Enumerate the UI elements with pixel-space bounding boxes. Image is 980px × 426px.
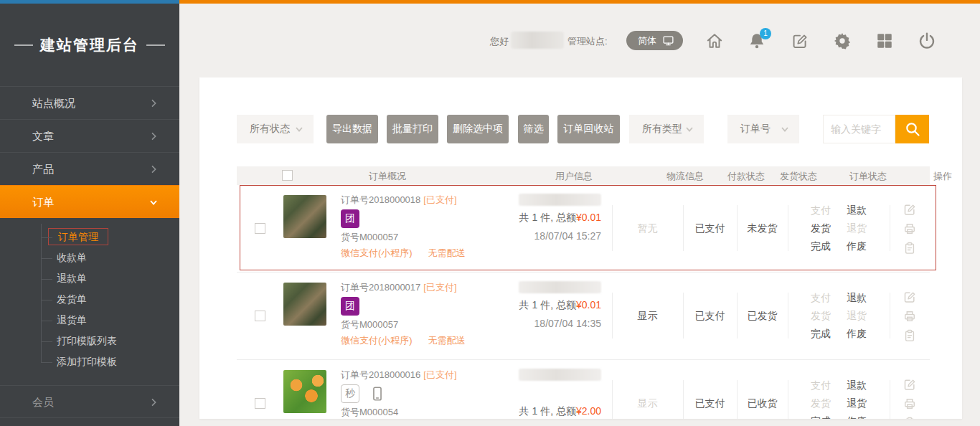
printer-icon xyxy=(903,397,917,411)
action-pay-link[interactable]: 支付 xyxy=(803,204,839,217)
pay-status-value: 已支付 xyxy=(695,310,725,323)
action-return-link[interactable]: 退货 xyxy=(839,397,875,410)
order-date: 18/07/04 15:27 xyxy=(534,230,601,242)
submenu-item-order-management[interactable]: 订单管理 xyxy=(41,227,179,247)
action-refund-link[interactable]: 退款 xyxy=(839,292,875,305)
logistics-value[interactable]: 暂无 xyxy=(638,222,658,235)
status-filter-dropdown[interactable]: 所有状态 xyxy=(237,115,314,143)
action-complete-link[interactable]: 完成 xyxy=(803,415,839,420)
submenu-item-label: 打印模版列表 xyxy=(57,335,117,346)
submenu-item-shipping-orders[interactable]: 发货单 xyxy=(41,289,179,310)
ship-status-cell: 未发货 xyxy=(737,185,788,272)
logout-button[interactable] xyxy=(918,32,936,50)
submenu-item-label: 发货单 xyxy=(57,293,87,305)
table-row: 订单号2018000017[已支付] 团 货号M000057 微信支付(小程序)… xyxy=(237,273,930,360)
order-summary-cell: 订单号2018000016[已支付] 秒 货号M000054 xyxy=(283,360,502,419)
sidebar-item-products[interactable]: 产品 xyxy=(0,152,179,185)
home-button[interactable] xyxy=(705,32,724,50)
action-complete-link[interactable]: 完成 xyxy=(803,240,839,253)
edit-order-button[interactable] xyxy=(903,202,917,217)
copy-order-button[interactable] xyxy=(903,416,917,420)
chevron-down-icon xyxy=(148,197,159,208)
row-checkbox[interactable] xyxy=(255,311,265,321)
edit-order-button[interactable] xyxy=(903,377,917,392)
submenu-item-return-orders[interactable]: 退货单 xyxy=(41,310,179,331)
submenu-item-label: 退货单 xyxy=(57,314,87,326)
language-pill-button[interactable]: 简体 xyxy=(626,31,683,50)
order-amount: ¥0.01 xyxy=(576,212,601,223)
delete-selected-button[interactable]: 删除选中项 xyxy=(447,115,509,143)
col-user-info: 用户信息 xyxy=(555,170,593,183)
redacted-buyer-name xyxy=(519,369,601,381)
clipboard-icon xyxy=(903,416,917,420)
search-input[interactable] xyxy=(823,115,895,143)
settings-button[interactable] xyxy=(833,32,852,50)
order-summary-cell: 订单号2018000018[已支付] 团 货号M000057 微信支付(小程序)… xyxy=(283,185,502,272)
row-checkbox[interactable] xyxy=(255,223,265,234)
logistics-value[interactable]: 显示 xyxy=(638,397,658,410)
action-void-link[interactable]: 作废 xyxy=(839,415,875,420)
copy-order-button[interactable] xyxy=(903,328,917,343)
grid-icon xyxy=(875,32,894,50)
chevron-right-icon xyxy=(148,397,159,408)
action-pay-link[interactable]: 支付 xyxy=(803,379,839,392)
order-date: 18/07/04 14:35 xyxy=(534,318,601,329)
action-return-link[interactable]: 退货 xyxy=(839,310,875,323)
edit-order-button[interactable] xyxy=(903,290,917,304)
copy-order-button[interactable] xyxy=(903,241,917,255)
edit-icon xyxy=(903,377,917,392)
sidebar-item-label: 站点概况 xyxy=(32,97,75,109)
action-refund-link[interactable]: 退款 xyxy=(839,379,875,392)
redacted-username xyxy=(511,32,564,49)
action-ship-link[interactable]: 发货 xyxy=(803,310,839,323)
submenu-item-label: 订单管理 xyxy=(48,228,108,245)
row-actions-cell xyxy=(890,185,930,272)
apps-grid-button[interactable] xyxy=(875,32,894,50)
submenu-item-add-print-template[interactable]: 添加打印模板 xyxy=(41,351,179,372)
action-return-link[interactable]: 退货 xyxy=(839,222,875,235)
col-order-status: 订单状态 xyxy=(849,170,887,183)
search-button[interactable] xyxy=(895,115,929,143)
monitor-icon xyxy=(662,34,674,47)
mobile-phone-icon xyxy=(369,384,385,403)
table-row: 订单号2018000018[已支付] 团 货号M000057 微信支付(小程序)… xyxy=(237,185,930,273)
submenu-item-refund-orders[interactable]: 退款单 xyxy=(41,268,179,289)
edit-button[interactable] xyxy=(791,32,809,50)
pay-status-cell: 已支付 xyxy=(683,360,737,419)
action-refund-link[interactable]: 退款 xyxy=(839,204,875,217)
action-ship-link[interactable]: 发货 xyxy=(803,222,839,235)
order-recycle-bin-button[interactable]: 订单回收站 xyxy=(557,115,620,143)
sidebar-item-members[interactable]: 会员 xyxy=(0,385,179,418)
chevron-down-icon xyxy=(779,123,791,135)
row-checkbox[interactable] xyxy=(255,398,265,409)
select-all-checkbox[interactable] xyxy=(282,170,293,181)
action-pay-link[interactable]: 支付 xyxy=(803,292,839,305)
export-data-button[interactable]: 导出数据 xyxy=(326,115,378,143)
type-filter-dropdown[interactable]: 所有类型 xyxy=(629,115,704,143)
item-number: 货号M000054 xyxy=(341,406,457,419)
pay-status-cell: 已支付 xyxy=(683,185,737,272)
action-void-link[interactable]: 作废 xyxy=(839,328,875,341)
print-order-button[interactable] xyxy=(903,397,917,411)
action-complete-link[interactable]: 完成 xyxy=(803,328,839,341)
order-status-cell: 支付 退款 发货 退货 完成 作废 xyxy=(788,185,890,272)
pay-status-value: 已支付 xyxy=(695,397,725,410)
sidebar-item-articles[interactable]: 文章 xyxy=(0,119,179,152)
print-order-button[interactable] xyxy=(903,222,917,236)
logistics-cell: 暂无 xyxy=(612,185,683,272)
print-order-button[interactable] xyxy=(903,309,917,323)
logo-dash-left xyxy=(14,44,33,46)
filter-button[interactable]: 筛选 xyxy=(518,115,549,143)
logistics-value[interactable]: 显示 xyxy=(638,310,658,323)
notifications-button[interactable]: 1 xyxy=(748,32,766,50)
action-void-link[interactable]: 作废 xyxy=(839,240,875,253)
action-ship-link[interactable]: 发货 xyxy=(803,397,839,410)
batch-print-button[interactable]: 批量打印 xyxy=(387,115,438,143)
item-number: 货号M000057 xyxy=(341,318,466,331)
submenu-item-receipts[interactable]: 收款单 xyxy=(41,247,179,268)
submenu-item-print-template-list[interactable]: 打印模版列表 xyxy=(41,331,179,351)
order-number: 订单号2018000017 xyxy=(341,282,420,293)
search-field-dropdown[interactable]: 订单号 xyxy=(727,115,799,143)
sidebar-item-site-overview[interactable]: 站点概况 xyxy=(0,86,179,119)
sidebar-item-orders[interactable]: 订单 xyxy=(0,185,179,218)
